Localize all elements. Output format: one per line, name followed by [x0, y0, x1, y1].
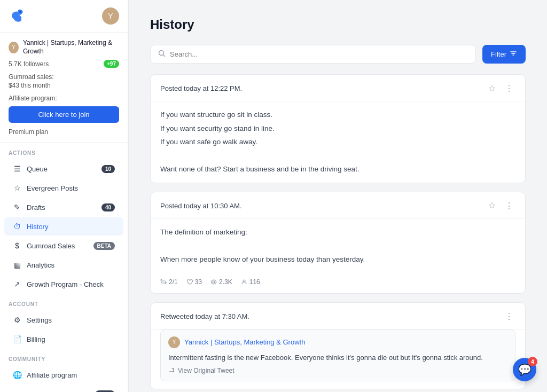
post-actions-3: ⋮ — [503, 310, 515, 323]
retweet-author-3: Y Yannick | Startups, Marketing & Growth — [168, 336, 507, 348]
post-line-2: If you want security go stand in line. — [160, 123, 515, 135]
chat-bubble[interactable]: 💬 4 — [513, 358, 536, 381]
gumroad-amount: $43 this month — [9, 82, 119, 89]
view-original-label-3: View Original Tweet — [178, 367, 235, 374]
growth-label: Growth Program - Check — [27, 280, 104, 288]
post-card-3: Retweeted today at 7:30 AM. ⋮ Y Yannick … — [150, 302, 526, 390]
bird-logo-icon — [9, 7, 26, 25]
post-header-1: Posted today at 12:22 PM. ⋮ — [151, 75, 525, 101]
reach-stat: 116 — [241, 278, 260, 286]
sidebar-item-queue[interactable]: ☰ Queue 10 — [4, 160, 123, 178]
community-section-label: COMMUNITY — [0, 349, 128, 365]
sidebar-item-growth[interactable]: ↗ Growth Program - Check — [4, 275, 123, 293]
community-icon: ⌂ — [13, 390, 21, 392]
post-body-2: The definition of marketing: When more p… — [151, 219, 525, 273]
settings-icon: ⚙ — [13, 316, 21, 324]
star-button-2[interactable] — [486, 200, 498, 211]
drafts-label: Drafts — [27, 203, 45, 211]
retweet-body-3: Intermittent fasting is the new Facebook… — [168, 352, 507, 363]
user-profile-section: Y Yannick | Startups, Marketing & Growth… — [0, 33, 128, 143]
history-icon: ⏱ — [13, 222, 21, 231]
post-line-def-1: The definition of marketing: — [160, 226, 515, 238]
more-options-button-1[interactable]: ⋮ — [503, 82, 515, 95]
join-affiliate-button[interactable]: Click here to join — [9, 106, 119, 123]
post-line-3: If you want safe go walk away. — [160, 136, 515, 148]
star-button-1[interactable] — [486, 83, 498, 94]
affiliate-nav-label: Affiliate program — [27, 371, 77, 379]
post-card-1: Posted today at 12:22 PM. ⋮ If you want … — [150, 74, 526, 183]
avatar[interactable]: Y — [102, 7, 119, 25]
like-count: 33 — [195, 278, 202, 286]
actions-section-label: ACTIONS — [0, 143, 128, 159]
post-timestamp-3: Retweeted today at 7:30 AM. — [160, 312, 249, 320]
post-stats-2: 2/1 33 2.3K 116 — [151, 273, 525, 293]
sidebar-item-history[interactable]: ⏱ History — [4, 217, 123, 236]
gumroad-icon: $ — [13, 241, 21, 250]
svg-point-2 — [213, 281, 215, 283]
retweet-card-3: Y Yannick | Startups, Marketing & Growth… — [160, 330, 515, 382]
sidebar-item-settings[interactable]: ⚙ Settings — [4, 311, 123, 329]
settings-label: Settings — [27, 316, 52, 324]
post-timestamp-1: Posted today at 12:22 PM. — [160, 84, 242, 92]
post-card-2: Posted today at 10:30 AM. ⋮ The definiti… — [150, 192, 526, 294]
user-avatar-small: Y — [9, 42, 19, 53]
like-stat: 33 — [186, 278, 202, 286]
more-options-button-3[interactable]: ⋮ — [503, 310, 515, 323]
search-box — [150, 45, 476, 64]
gumroad-sales-label: Gumroad sales: — [9, 73, 119, 81]
post-line-1: If you want structure go sit in class. — [160, 109, 515, 121]
history-label: History — [27, 223, 48, 231]
billing-icon: 📄 — [13, 335, 21, 343]
chat-badge: 4 — [528, 357, 537, 366]
sidebar-item-community[interactable]: ⌂ Community NEW — [4, 385, 123, 392]
sidebar-item-drafts[interactable]: ✎ Drafts 40 — [4, 198, 123, 216]
filter-button[interactable]: Filter — [482, 45, 526, 64]
evergreen-icon: ☆ — [13, 184, 21, 192]
more-options-button-2[interactable]: ⋮ — [503, 200, 515, 212]
analytics-icon: ▦ — [13, 261, 21, 269]
sidebar-header: Y — [0, 0, 128, 33]
svg-point-1 — [159, 51, 164, 56]
followers-badge: +97 — [104, 60, 119, 68]
views-count: 2.3K — [219, 278, 232, 286]
growth-icon: ↗ — [13, 280, 21, 288]
retweet-stat: 2/1 — [160, 278, 178, 286]
followers-row: 5.7K followers +97 — [9, 60, 119, 68]
post-actions-2: ⋮ — [486, 200, 515, 212]
reach-count: 116 — [249, 278, 260, 286]
sidebar-item-affiliate[interactable]: 🌐 Affiliate program — [4, 366, 123, 384]
queue-label: Queue — [27, 165, 48, 173]
search-icon — [158, 50, 166, 59]
page-title: History — [150, 17, 526, 32]
svg-point-0 — [19, 11, 21, 13]
post-line-def-3: When more people know of your business t… — [160, 254, 515, 265]
view-original-3[interactable]: View Original Tweet — [168, 367, 507, 374]
sidebar-item-gumroad-sales[interactable]: $ Gumroad Sales BETA — [4, 237, 123, 255]
billing-label: Billing — [27, 335, 45, 343]
gumroad-beta-badge: BETA — [93, 242, 115, 250]
post-actions-1: ⋮ — [486, 82, 515, 95]
retweet-avatar-3: Y — [168, 336, 180, 348]
account-section-label: ACCOUNT — [0, 294, 128, 310]
post-timestamp-2: Posted today at 10:30 AM. — [160, 202, 242, 210]
filter-icon — [510, 50, 517, 59]
evergreen-label: Evergreen Posts — [27, 184, 78, 192]
main-content: History Filter Posted today at 12:22 PM.… — [129, 0, 547, 392]
sidebar-item-analytics[interactable]: ▦ Analytics — [4, 256, 123, 274]
post-line-4 — [160, 150, 515, 162]
sidebar-item-evergreen[interactable]: ☆ Evergreen Posts — [4, 179, 123, 197]
followers-count: 5.7K followers — [9, 60, 49, 68]
analytics-label: Analytics — [27, 261, 54, 269]
post-line-def-2 — [160, 240, 515, 252]
affiliate-icon: 🌐 — [13, 371, 21, 379]
post-header-2: Posted today at 10:30 AM. ⋮ — [151, 192, 525, 219]
filter-label: Filter — [491, 50, 506, 58]
drafts-badge: 40 — [101, 203, 115, 211]
premium-plan-label: Premium plan — [9, 128, 119, 136]
drafts-icon: ✎ — [13, 203, 21, 211]
sidebar-item-billing[interactable]: 📄 Billing — [4, 330, 123, 348]
affiliate-label: Affiliate program: — [9, 95, 119, 102]
search-input[interactable] — [170, 50, 468, 58]
retweet-count: 2/1 — [169, 278, 178, 286]
retweet-author-name-3[interactable]: Yannick | Startups, Marketing & Growth — [184, 338, 305, 346]
